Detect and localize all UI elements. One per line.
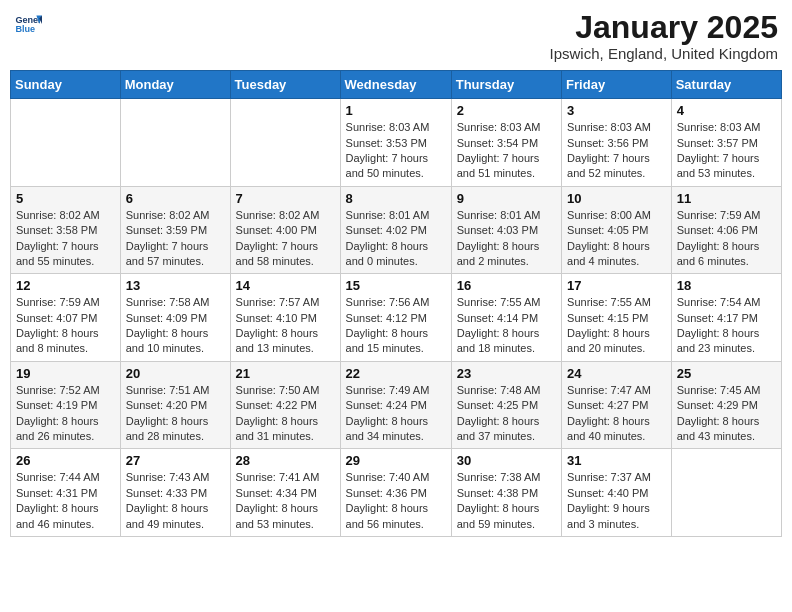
day-cell: 18Sunrise: 7:54 AM Sunset: 4:17 PM Dayli… bbox=[671, 274, 781, 362]
day-number: 26 bbox=[16, 453, 115, 468]
day-number: 14 bbox=[236, 278, 335, 293]
weekday-header-wednesday: Wednesday bbox=[340, 71, 451, 99]
day-number: 3 bbox=[567, 103, 666, 118]
day-info: Sunrise: 7:47 AM Sunset: 4:27 PM Dayligh… bbox=[567, 383, 666, 445]
page-header: General Blue January 2025 Ipswich, Engla… bbox=[10, 10, 782, 62]
day-cell: 11Sunrise: 7:59 AM Sunset: 4:06 PM Dayli… bbox=[671, 186, 781, 274]
day-cell: 16Sunrise: 7:55 AM Sunset: 4:14 PM Dayli… bbox=[451, 274, 561, 362]
day-info: Sunrise: 7:48 AM Sunset: 4:25 PM Dayligh… bbox=[457, 383, 556, 445]
day-cell: 21Sunrise: 7:50 AM Sunset: 4:22 PM Dayli… bbox=[230, 361, 340, 449]
day-info: Sunrise: 7:55 AM Sunset: 4:15 PM Dayligh… bbox=[567, 295, 666, 357]
day-number: 27 bbox=[126, 453, 225, 468]
day-info: Sunrise: 7:54 AM Sunset: 4:17 PM Dayligh… bbox=[677, 295, 776, 357]
day-number: 25 bbox=[677, 366, 776, 381]
day-number: 7 bbox=[236, 191, 335, 206]
day-info: Sunrise: 8:03 AM Sunset: 3:56 PM Dayligh… bbox=[567, 120, 666, 182]
weekday-header-row: SundayMondayTuesdayWednesdayThursdayFrid… bbox=[11, 71, 782, 99]
svg-text:Blue: Blue bbox=[15, 24, 35, 34]
week-row-3: 12Sunrise: 7:59 AM Sunset: 4:07 PM Dayli… bbox=[11, 274, 782, 362]
day-info: Sunrise: 7:38 AM Sunset: 4:38 PM Dayligh… bbox=[457, 470, 556, 532]
day-cell bbox=[120, 99, 230, 187]
day-cell: 20Sunrise: 7:51 AM Sunset: 4:20 PM Dayli… bbox=[120, 361, 230, 449]
day-cell: 10Sunrise: 8:00 AM Sunset: 4:05 PM Dayli… bbox=[562, 186, 672, 274]
day-number: 21 bbox=[236, 366, 335, 381]
day-number: 18 bbox=[677, 278, 776, 293]
day-cell: 9Sunrise: 8:01 AM Sunset: 4:03 PM Daylig… bbox=[451, 186, 561, 274]
day-info: Sunrise: 8:00 AM Sunset: 4:05 PM Dayligh… bbox=[567, 208, 666, 270]
day-number: 29 bbox=[346, 453, 446, 468]
day-cell: 5Sunrise: 8:02 AM Sunset: 3:58 PM Daylig… bbox=[11, 186, 121, 274]
day-number: 5 bbox=[16, 191, 115, 206]
day-number: 23 bbox=[457, 366, 556, 381]
day-cell: 31Sunrise: 7:37 AM Sunset: 4:40 PM Dayli… bbox=[562, 449, 672, 537]
day-cell: 23Sunrise: 7:48 AM Sunset: 4:25 PM Dayli… bbox=[451, 361, 561, 449]
month-title: January 2025 bbox=[550, 10, 778, 45]
day-info: Sunrise: 7:40 AM Sunset: 4:36 PM Dayligh… bbox=[346, 470, 446, 532]
day-info: Sunrise: 7:44 AM Sunset: 4:31 PM Dayligh… bbox=[16, 470, 115, 532]
day-number: 24 bbox=[567, 366, 666, 381]
calendar-table: SundayMondayTuesdayWednesdayThursdayFrid… bbox=[10, 70, 782, 537]
day-info: Sunrise: 7:52 AM Sunset: 4:19 PM Dayligh… bbox=[16, 383, 115, 445]
day-cell: 14Sunrise: 7:57 AM Sunset: 4:10 PM Dayli… bbox=[230, 274, 340, 362]
weekday-header-thursday: Thursday bbox=[451, 71, 561, 99]
day-cell: 1Sunrise: 8:03 AM Sunset: 3:53 PM Daylig… bbox=[340, 99, 451, 187]
weekday-header-friday: Friday bbox=[562, 71, 672, 99]
week-row-1: 1Sunrise: 8:03 AM Sunset: 3:53 PM Daylig… bbox=[11, 99, 782, 187]
logo: General Blue bbox=[14, 10, 42, 38]
day-info: Sunrise: 8:02 AM Sunset: 3:59 PM Dayligh… bbox=[126, 208, 225, 270]
day-info: Sunrise: 7:45 AM Sunset: 4:29 PM Dayligh… bbox=[677, 383, 776, 445]
weekday-header-monday: Monday bbox=[120, 71, 230, 99]
day-info: Sunrise: 7:49 AM Sunset: 4:24 PM Dayligh… bbox=[346, 383, 446, 445]
day-number: 16 bbox=[457, 278, 556, 293]
day-number: 12 bbox=[16, 278, 115, 293]
day-info: Sunrise: 8:03 AM Sunset: 3:53 PM Dayligh… bbox=[346, 120, 446, 182]
day-info: Sunrise: 8:01 AM Sunset: 4:02 PM Dayligh… bbox=[346, 208, 446, 270]
day-info: Sunrise: 8:02 AM Sunset: 4:00 PM Dayligh… bbox=[236, 208, 335, 270]
day-cell: 13Sunrise: 7:58 AM Sunset: 4:09 PM Dayli… bbox=[120, 274, 230, 362]
day-cell: 30Sunrise: 7:38 AM Sunset: 4:38 PM Dayli… bbox=[451, 449, 561, 537]
day-number: 10 bbox=[567, 191, 666, 206]
day-info: Sunrise: 7:57 AM Sunset: 4:10 PM Dayligh… bbox=[236, 295, 335, 357]
day-number: 15 bbox=[346, 278, 446, 293]
day-cell: 27Sunrise: 7:43 AM Sunset: 4:33 PM Dayli… bbox=[120, 449, 230, 537]
weekday-header-tuesday: Tuesday bbox=[230, 71, 340, 99]
day-cell: 2Sunrise: 8:03 AM Sunset: 3:54 PM Daylig… bbox=[451, 99, 561, 187]
day-info: Sunrise: 7:50 AM Sunset: 4:22 PM Dayligh… bbox=[236, 383, 335, 445]
day-info: Sunrise: 7:59 AM Sunset: 4:07 PM Dayligh… bbox=[16, 295, 115, 357]
day-info: Sunrise: 8:03 AM Sunset: 3:54 PM Dayligh… bbox=[457, 120, 556, 182]
day-cell: 12Sunrise: 7:59 AM Sunset: 4:07 PM Dayli… bbox=[11, 274, 121, 362]
day-info: Sunrise: 8:02 AM Sunset: 3:58 PM Dayligh… bbox=[16, 208, 115, 270]
day-cell: 15Sunrise: 7:56 AM Sunset: 4:12 PM Dayli… bbox=[340, 274, 451, 362]
week-row-4: 19Sunrise: 7:52 AM Sunset: 4:19 PM Dayli… bbox=[11, 361, 782, 449]
weekday-header-sunday: Sunday bbox=[11, 71, 121, 99]
day-number: 2 bbox=[457, 103, 556, 118]
day-cell: 24Sunrise: 7:47 AM Sunset: 4:27 PM Dayli… bbox=[562, 361, 672, 449]
day-info: Sunrise: 7:55 AM Sunset: 4:14 PM Dayligh… bbox=[457, 295, 556, 357]
day-info: Sunrise: 8:03 AM Sunset: 3:57 PM Dayligh… bbox=[677, 120, 776, 182]
day-cell: 29Sunrise: 7:40 AM Sunset: 4:36 PM Dayli… bbox=[340, 449, 451, 537]
day-number: 28 bbox=[236, 453, 335, 468]
day-info: Sunrise: 7:59 AM Sunset: 4:06 PM Dayligh… bbox=[677, 208, 776, 270]
day-number: 30 bbox=[457, 453, 556, 468]
day-cell bbox=[230, 99, 340, 187]
day-cell bbox=[671, 449, 781, 537]
day-number: 1 bbox=[346, 103, 446, 118]
day-cell: 25Sunrise: 7:45 AM Sunset: 4:29 PM Dayli… bbox=[671, 361, 781, 449]
day-cell: 6Sunrise: 8:02 AM Sunset: 3:59 PM Daylig… bbox=[120, 186, 230, 274]
week-row-2: 5Sunrise: 8:02 AM Sunset: 3:58 PM Daylig… bbox=[11, 186, 782, 274]
day-cell: 22Sunrise: 7:49 AM Sunset: 4:24 PM Dayli… bbox=[340, 361, 451, 449]
title-block: January 2025 Ipswich, England, United Ki… bbox=[550, 10, 778, 62]
day-info: Sunrise: 7:41 AM Sunset: 4:34 PM Dayligh… bbox=[236, 470, 335, 532]
day-number: 19 bbox=[16, 366, 115, 381]
location: Ipswich, England, United Kingdom bbox=[550, 45, 778, 62]
day-cell: 4Sunrise: 8:03 AM Sunset: 3:57 PM Daylig… bbox=[671, 99, 781, 187]
day-cell bbox=[11, 99, 121, 187]
day-number: 11 bbox=[677, 191, 776, 206]
day-number: 31 bbox=[567, 453, 666, 468]
week-row-5: 26Sunrise: 7:44 AM Sunset: 4:31 PM Dayli… bbox=[11, 449, 782, 537]
day-cell: 17Sunrise: 7:55 AM Sunset: 4:15 PM Dayli… bbox=[562, 274, 672, 362]
logo-icon: General Blue bbox=[14, 10, 42, 38]
day-number: 4 bbox=[677, 103, 776, 118]
day-number: 6 bbox=[126, 191, 225, 206]
day-info: Sunrise: 7:37 AM Sunset: 4:40 PM Dayligh… bbox=[567, 470, 666, 532]
